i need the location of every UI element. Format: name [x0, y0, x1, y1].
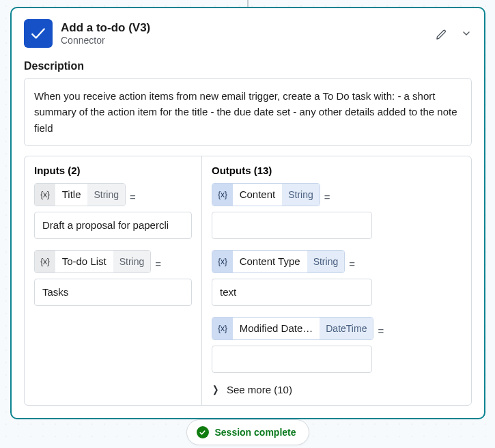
chevron-right-icon: ❯	[212, 384, 219, 395]
action-card: Add a to-do (V3) Connector Description W…	[10, 7, 485, 419]
output-value[interactable]: text	[212, 279, 372, 306]
input-value[interactable]: Draft a proposal for papercli	[34, 212, 192, 239]
chevron-down-icon[interactable]	[461, 28, 472, 39]
variable-icon: {x}	[35, 251, 55, 272]
output-param-name: Modified Date…	[233, 322, 320, 334]
variable-icon: {x}	[212, 318, 233, 339]
output-param-type: String	[282, 184, 320, 206]
output-param-type: String	[307, 251, 345, 272]
output-value[interactable]	[212, 346, 372, 373]
output-param-type: DateTime	[320, 318, 373, 339]
output-param-name: Content Type	[233, 255, 307, 267]
variable-icon: {x}	[35, 184, 55, 206]
description-label: Description	[12, 55, 484, 78]
card-header: Add a to-do (V3) Connector	[12, 8, 484, 55]
inputs-column: Inputs (2) {x} Title String = Draft a pr…	[25, 156, 202, 405]
input-value[interactable]: Tasks	[34, 279, 192, 306]
description-text: When you receive action items from new e…	[24, 78, 472, 146]
output-param-label: {x} Content String	[212, 183, 320, 206]
header-titles: Add a to-do (V3) Connector	[61, 20, 427, 47]
equals-sign: =	[155, 258, 161, 270]
equals-sign: =	[324, 191, 330, 203]
input-param-name: To-do List	[55, 255, 113, 267]
session-status-pill: Session complete	[186, 419, 309, 445]
input-param-type: String	[113, 251, 151, 272]
edit-icon[interactable]	[436, 27, 449, 40]
inputs-title: Inputs (2)	[34, 165, 192, 176]
input-param-type: String	[87, 184, 125, 206]
session-status-text: Session complete	[214, 427, 296, 438]
output-param-name: Content	[233, 188, 283, 200]
io-container: Inputs (2) {x} Title String = Draft a pr…	[24, 156, 472, 406]
input-param-label: {x} Title String	[34, 183, 126, 206]
equals-sign: =	[130, 191, 136, 203]
todo-app-icon	[24, 19, 53, 48]
equals-sign: =	[378, 325, 384, 337]
variable-icon: {x}	[212, 184, 233, 206]
equals-sign: =	[349, 258, 355, 270]
output-value[interactable]	[212, 212, 372, 239]
input-param-label: {x} To-do List String	[34, 250, 151, 273]
action-subtitle: Connector	[61, 35, 427, 47]
output-param-label: {x} Content Type String	[212, 250, 345, 273]
outputs-column: Outputs (13) {x} Content String = {x} Co…	[202, 156, 471, 405]
see-more-button[interactable]: ❯ See more (10)	[212, 384, 462, 395]
variable-icon: {x}	[212, 251, 233, 272]
action-title: Add a to-do (V3)	[61, 20, 427, 35]
output-param-label: {x} Modified Date… DateTime	[212, 317, 373, 340]
check-circle-icon	[196, 426, 208, 438]
outputs-title: Outputs (13)	[212, 165, 462, 176]
see-more-label: See more (10)	[227, 384, 292, 395]
input-param-name: Title	[55, 188, 88, 200]
